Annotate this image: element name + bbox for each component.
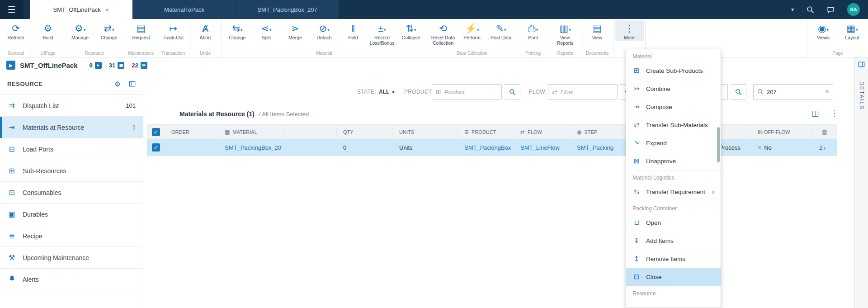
sidebar-item-alerts[interactable]: Alerts xyxy=(0,269,143,290)
merge-button[interactable]: ⋗ Merge xyxy=(281,20,310,41)
table-row[interactable]: ✓ SMT_PackingBox_20 0 Units SMT_PackingB… xyxy=(147,139,837,156)
chat-icon[interactable] xyxy=(827,6,835,14)
post-data-button[interactable]: ✎▾ Post Data xyxy=(486,20,515,41)
menu-item-transfer-requirement[interactable]: ⇆ Transfer Requirement › xyxy=(626,183,721,201)
request-button[interactable]: ▤ Request xyxy=(127,20,156,41)
split-button[interactable]: ⋖▾ Split xyxy=(252,20,281,41)
menu-item-expand[interactable]: ⇲ Expand xyxy=(626,134,721,152)
counter-value: 22 xyxy=(132,62,138,69)
state-filter[interactable]: STATE: ALL ▾ xyxy=(357,84,394,100)
toolbar-group-label: Material xyxy=(222,49,427,57)
column-qty[interactable]: QTY xyxy=(337,125,393,139)
change-resource-button[interactable]: ⇄▾ Change xyxy=(94,20,123,41)
sidebar-item-dispatch-list[interactable]: ⇉ Dispatch List 101 xyxy=(0,95,143,117)
row-checkbox[interactable]: ✓ xyxy=(152,143,160,152)
tab-smt-packingbox-207[interactable]: SMT_PackingBox_207 xyxy=(236,0,339,19)
hamburger-menu-icon[interactable]: ☰ xyxy=(0,0,24,19)
column-label: ORDER xyxy=(171,129,189,135)
sidebar-title: RESOURCE xyxy=(7,81,106,87)
expand-panel-icon[interactable] xyxy=(858,61,865,70)
menu-item-combine[interactable]: ↣ Combine xyxy=(626,80,721,98)
tab-smt-offlinepack[interactable]: SMT_OffLinePack × xyxy=(30,0,133,19)
menu-item-create-sub-products[interactable]: ⊞ Create Sub-Products xyxy=(626,62,721,80)
menu-item-close[interactable]: ⊟ Close xyxy=(626,268,721,286)
toolbar-group-undo: Ⱥ Abort Undo xyxy=(189,19,222,57)
menu-section-header: Material xyxy=(626,49,721,62)
refresh-button[interactable]: ⟳ Refresh xyxy=(1,20,30,41)
columns-icon[interactable]: ◫ xyxy=(811,109,819,118)
collapse-panel-icon[interactable] xyxy=(129,81,136,87)
layout-button[interactable]: ▦▾ Layout xyxy=(838,20,867,41)
column-material[interactable]: ▦MATERIAL xyxy=(218,125,284,139)
record-loss-bonus-button[interactable]: ±▾ Record Loss/Bonus xyxy=(368,20,396,47)
sidebar-item-sub-resources[interactable]: ⊞ Sub-Resources xyxy=(0,160,143,182)
abort-button[interactable]: Ⱥ Abort xyxy=(191,20,220,41)
flow-filter-input[interactable] xyxy=(561,89,613,95)
product-search-button[interactable] xyxy=(505,84,520,100)
quick-search-filter: × xyxy=(753,84,833,100)
reset-data-collection-button[interactable]: ⟲ Reset Data Collection xyxy=(429,20,458,47)
column-flow[interactable]: ⇄FLOW xyxy=(514,125,571,139)
menu-item-remove-items[interactable]: ↥ Remove Items xyxy=(626,250,721,268)
step-search-button[interactable] xyxy=(731,84,746,100)
manage-button[interactable]: ⚙▾ Manage xyxy=(66,20,94,41)
sidebar-item-upcoming-maintenance[interactable]: ⚒ Upcoming Maintenance xyxy=(0,247,143,269)
more-button[interactable]: ⋮ More xyxy=(615,20,644,41)
column-units[interactable]: UNITS xyxy=(393,125,458,139)
close-tab-icon[interactable]: × xyxy=(105,6,109,13)
menu-item-open[interactable]: ⊔ Open xyxy=(626,213,721,232)
detach-button[interactable]: ⊘▾ Detach xyxy=(310,20,339,41)
resource-sidebar: RESOURCE ⚙ ⇉ Dispatch List 101 ⇥ Materia… xyxy=(0,73,143,308)
menu-item-unapprove[interactable]: ⊠ Unapprove xyxy=(626,152,721,170)
quick-search-input[interactable] xyxy=(767,89,822,95)
view-reports-button[interactable]: ▥▾ View Reports xyxy=(551,20,580,47)
cell-details-link[interactable]: 2 › xyxy=(813,139,836,156)
cell-material[interactable]: SMT_PackingBox_20 xyxy=(218,139,284,156)
menu-item-compose[interactable]: ↠ Compose xyxy=(626,98,721,116)
menu-item-transfer-sub-materials[interactable]: ⇄ Transfer Sub-Materials xyxy=(626,116,721,134)
cell-product[interactable]: SMT_PackingBox xyxy=(458,139,514,156)
views-button[interactable]: ◉▾ Views xyxy=(809,20,838,41)
column-order[interactable]: ORDER xyxy=(165,125,218,139)
view-documents-button[interactable]: ▤ View xyxy=(583,20,612,41)
list-header: Materials at Resource (1) / All Items Se… xyxy=(179,110,309,118)
product-filter-input[interactable] xyxy=(444,89,498,95)
cell-flow[interactable]: SMT_LineFlow xyxy=(514,139,571,156)
menu-scrollbar[interactable] xyxy=(717,127,720,162)
track-out-button[interactable]: ↦ Track-Out xyxy=(159,20,188,41)
tab-materialtopack[interactable]: MaterialToPack xyxy=(133,0,236,19)
column-in-off-flow[interactable]: IN OFF-FLOW xyxy=(751,125,813,139)
details-panel-tab[interactable]: DETAILS xyxy=(854,57,868,308)
gear-icon[interactable]: ⚙ xyxy=(114,80,121,88)
menu-item-add-items[interactable]: ↧ Add Items xyxy=(626,232,721,250)
perform-button[interactable]: ⚡▾ Perform xyxy=(458,20,486,41)
select-all-checkbox[interactable]: ✓ xyxy=(152,128,160,136)
chevron-down-icon: ▾ xyxy=(856,28,858,34)
chevron-down-icon: ▾ xyxy=(569,28,571,34)
view-icon: ▤ xyxy=(593,23,602,34)
change-material-button[interactable]: ⇆▾ Change xyxy=(223,20,252,41)
column-product[interactable]: ⊞PRODUCT xyxy=(458,125,514,139)
sidebar-item-consumables[interactable]: ⊡ Consumables xyxy=(0,182,143,204)
post-data-icon: ✎ xyxy=(495,23,504,34)
tab-label: SMT_PackingBox_207 xyxy=(257,6,317,13)
hold-button[interactable]: ‖ Hold xyxy=(339,20,368,41)
sidebar-item-load-ports[interactable]: ⊟ Load Ports xyxy=(0,138,143,160)
collapse-button[interactable]: ⇅▾ Collapse xyxy=(396,20,425,41)
button-label: Layout xyxy=(845,35,859,40)
build-button[interactable]: ⚙ Build xyxy=(33,20,62,41)
sidebar-item-materials-at-resource[interactable]: ⇥ Materials at Resource 1 xyxy=(0,117,143,138)
button-label: Reset Data Collection xyxy=(429,35,457,46)
kebab-menu-icon[interactable]: ⋮ xyxy=(830,109,838,118)
avatar[interactable]: SA xyxy=(847,3,860,16)
menu-item-label: Expand xyxy=(646,140,667,147)
search-icon[interactable] xyxy=(807,6,814,14)
clear-icon[interactable]: × xyxy=(825,88,829,96)
print-button[interactable]: ⎙▾ Print xyxy=(519,20,547,41)
toolbar-group-maintenance: ▤ Request Maintenance xyxy=(125,19,157,57)
chevron-down-icon[interactable]: ▾ xyxy=(791,6,794,13)
sidebar-item-recipe[interactable]: ≣ Recipe xyxy=(0,225,143,247)
sidebar-item-durables[interactable]: ▣ Durables xyxy=(0,204,143,225)
details-count: 2 xyxy=(819,144,822,151)
menu-section-header: Packing Container xyxy=(626,201,721,213)
